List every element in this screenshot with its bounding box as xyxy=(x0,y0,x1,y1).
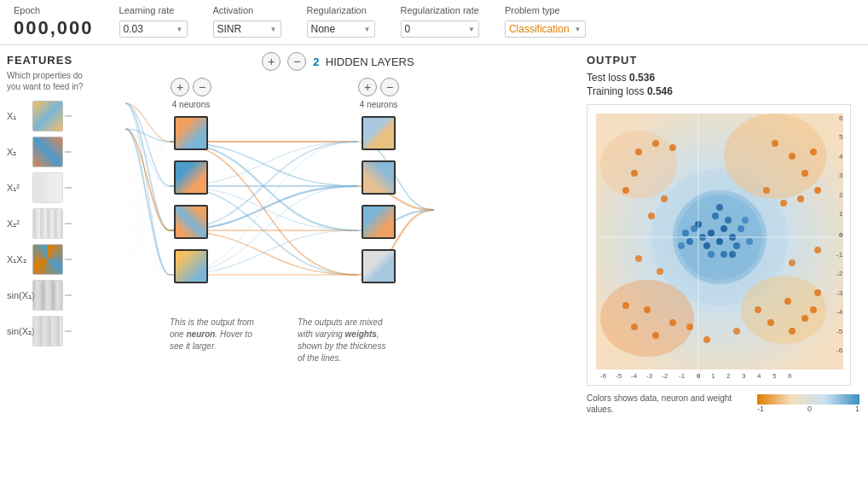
svg-point-36 xyxy=(801,170,808,177)
neuron-2-4[interactable] xyxy=(362,249,396,283)
svg-text:5: 5 xyxy=(839,133,843,141)
svg-text:3: 3 xyxy=(742,372,746,380)
svg-text:-5: -5 xyxy=(836,328,843,335)
feature-node-4[interactable] xyxy=(32,244,63,275)
svg-point-17 xyxy=(733,242,740,249)
feature-node-1[interactable] xyxy=(32,137,63,167)
feature-connector-6 xyxy=(65,330,72,332)
remove-layer-button[interactable]: − xyxy=(287,52,306,71)
remove-neuron-layer2-button[interactable]: − xyxy=(380,78,399,96)
svg-point-55 xyxy=(755,306,761,313)
features-subtitle: Which properties do you want to feed in? xyxy=(7,70,91,92)
svg-point-62 xyxy=(733,328,740,335)
svg-point-18 xyxy=(686,238,693,245)
svg-point-60 xyxy=(789,259,796,266)
feature-node-6[interactable] xyxy=(32,316,63,346)
feature-list: X₁ X₂ X₁² X₂² X₁X₂ sin(X₁) sin(X₂) xyxy=(7,101,91,346)
learning-rate-select[interactable]: 0.03 ▼ xyxy=(119,20,188,38)
add-neuron-layer1-button[interactable]: + xyxy=(171,78,189,96)
regularization-label: Regularization xyxy=(307,5,375,15)
feature-item-4[interactable]: X₁X₂ xyxy=(7,244,91,275)
activation-select[interactable]: SINR ▼ xyxy=(213,20,281,38)
svg-point-9 xyxy=(708,230,715,236)
svg-point-49 xyxy=(814,289,821,296)
add-neuron-layer2-button[interactable]: + xyxy=(358,78,377,96)
neuron-2-1[interactable] xyxy=(362,116,396,150)
feature-node-5[interactable] xyxy=(32,280,63,311)
feature-label-5: sin(X₁) xyxy=(7,290,32,301)
feature-label-3: X₂² xyxy=(7,218,32,230)
reg-rate-select[interactable]: 0 ▼ xyxy=(401,20,479,38)
svg-point-45 xyxy=(784,298,791,305)
output-panel: OUTPUT Test loss 0.536 Training loss 0.5… xyxy=(578,45,868,487)
svg-point-32 xyxy=(631,170,638,177)
svg-point-61 xyxy=(814,247,821,253)
svg-point-12 xyxy=(703,242,710,249)
svg-text:2: 2 xyxy=(839,191,843,199)
epoch-label: Epoch xyxy=(14,5,94,15)
feature-label-4: X₁X₂ xyxy=(7,254,32,265)
svg-point-40 xyxy=(644,306,651,313)
add-layer-button[interactable]: + xyxy=(262,52,281,71)
reg-rate-label: Regularization rate xyxy=(401,5,479,15)
svg-point-57 xyxy=(703,336,710,343)
svg-point-43 xyxy=(669,319,676,326)
svg-point-11 xyxy=(716,238,723,245)
features-panel: FEATURES Which properties do you want to… xyxy=(0,45,98,487)
svg-text:2: 2 xyxy=(726,372,731,380)
svg-point-6 xyxy=(600,131,677,199)
feature-item-0[interactable]: X₁ xyxy=(7,101,91,131)
svg-text:4: 4 xyxy=(839,153,843,160)
colorbar-ticks: -1 0 1 xyxy=(757,405,859,413)
regularization-select[interactable]: None ▼ xyxy=(307,20,375,38)
remove-neuron-layer1-button[interactable]: − xyxy=(193,78,211,96)
neuron-1-3[interactable] xyxy=(174,205,208,239)
feature-item-1[interactable]: X₂ xyxy=(7,137,91,167)
svg-text:-5: -5 xyxy=(616,372,622,380)
svg-text:-6: -6 xyxy=(836,346,843,354)
feature-label-1: X₂ xyxy=(7,147,32,158)
learning-rate-field: Learning rate 0.03 ▼ xyxy=(119,5,188,38)
svg-point-27 xyxy=(746,238,753,245)
feature-item-6[interactable]: sin(X₂) xyxy=(7,316,91,346)
svg-text:-3: -3 xyxy=(836,289,843,297)
svg-point-22 xyxy=(708,251,715,258)
layer1-neuron-count: 4 neurons xyxy=(172,100,210,109)
svg-point-50 xyxy=(767,319,774,326)
feature-connector-2 xyxy=(65,187,72,189)
layer1-controls: + − xyxy=(171,78,211,96)
topbar: Epoch 000,000 Learning rate 0.03 ▼ Activ… xyxy=(0,0,868,45)
neuron-2-3[interactable] xyxy=(362,205,396,239)
neuron-1-2[interactable] xyxy=(174,160,208,195)
feature-node-0[interactable] xyxy=(32,101,63,131)
feature-item-3[interactable]: X₂² xyxy=(7,208,91,239)
activation-field: Activation SINR ▼ xyxy=(213,5,281,38)
svg-point-15 xyxy=(712,213,719,219)
svg-point-23 xyxy=(729,251,736,258)
problem-type-select[interactable]: Classification ▼ xyxy=(505,20,586,38)
svg-text:-6: -6 xyxy=(600,372,607,380)
svg-point-56 xyxy=(686,323,693,330)
feature-node-3[interactable] xyxy=(32,208,63,239)
colorbar-section: Colors shows data, neuron and weight val… xyxy=(587,393,859,415)
svg-text:6: 6 xyxy=(839,114,843,122)
svg-point-41 xyxy=(631,323,638,330)
problem-type-label: Problem type xyxy=(505,5,586,15)
feature-item-5[interactable]: sin(X₁) xyxy=(7,280,91,311)
svg-text:-3: -3 xyxy=(646,372,653,380)
regularization-field: Regularization None ▼ xyxy=(307,5,375,38)
svg-text:4: 4 xyxy=(757,372,761,380)
neuron-1-4[interactable] xyxy=(174,249,208,283)
colorbar-label: Colors shows data, neuron and weight val… xyxy=(587,393,750,415)
test-loss-value: 0.536 xyxy=(629,72,655,84)
learning-rate-label: Learning rate xyxy=(119,5,188,15)
test-loss-text: Test loss 0.536 xyxy=(587,72,859,84)
feature-node-2[interactable] xyxy=(32,172,63,203)
svg-text:-2: -2 xyxy=(836,270,843,277)
feature-item-2[interactable]: X₁² xyxy=(7,172,91,203)
svg-text:1: 1 xyxy=(711,372,715,380)
neuron-1-1[interactable] xyxy=(174,116,208,150)
main-area: FEATURES Which properties do you want to… xyxy=(0,45,868,487)
colorbar-container: -1 0 1 xyxy=(757,394,859,413)
neuron-2-2[interactable] xyxy=(362,160,396,195)
